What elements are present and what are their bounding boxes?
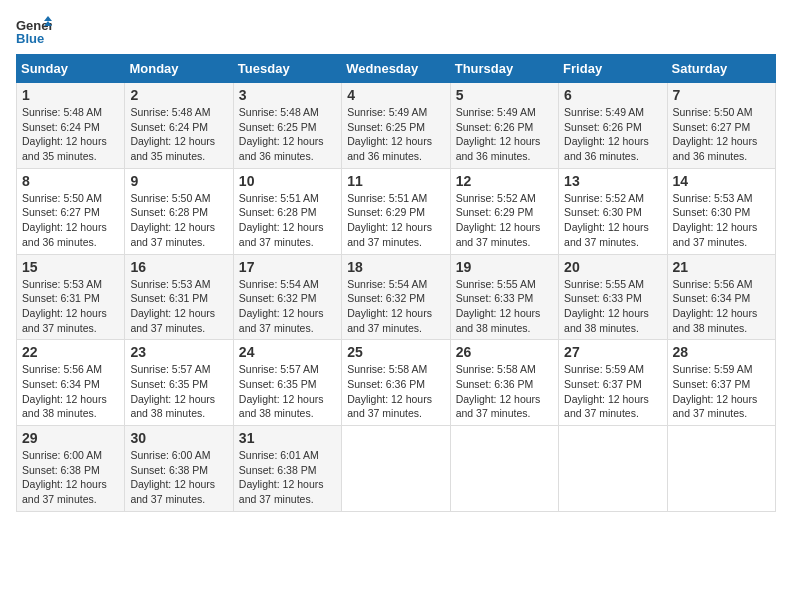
day-number: 6: [564, 87, 661, 103]
day-number: 5: [456, 87, 553, 103]
cell-content: Sunrise: 5:52 AM Sunset: 6:30 PM Dayligh…: [564, 191, 661, 250]
day-cell-12: 12 Sunrise: 5:52 AM Sunset: 6:29 PM Dayl…: [450, 168, 558, 254]
day-number: 15: [22, 259, 119, 275]
day-cell-28: 28 Sunrise: 5:59 AM Sunset: 6:37 PM Dayl…: [667, 340, 775, 426]
day-number: 10: [239, 173, 336, 189]
calendar-table: SundayMondayTuesdayWednesdayThursdayFrid…: [16, 54, 776, 512]
day-number: 31: [239, 430, 336, 446]
day-cell-27: 27 Sunrise: 5:59 AM Sunset: 6:37 PM Dayl…: [559, 340, 667, 426]
header-tuesday: Tuesday: [233, 55, 341, 83]
cell-content: Sunrise: 5:50 AM Sunset: 6:27 PM Dayligh…: [673, 105, 770, 164]
day-number: 24: [239, 344, 336, 360]
cell-content: Sunrise: 5:54 AM Sunset: 6:32 PM Dayligh…: [347, 277, 444, 336]
week-row-2: 8 Sunrise: 5:50 AM Sunset: 6:27 PM Dayli…: [17, 168, 776, 254]
day-number: 3: [239, 87, 336, 103]
day-number: 12: [456, 173, 553, 189]
empty-cell-4-3: [342, 426, 450, 512]
cell-content: Sunrise: 5:56 AM Sunset: 6:34 PM Dayligh…: [673, 277, 770, 336]
calendar-header-row: SundayMondayTuesdayWednesdayThursdayFrid…: [17, 55, 776, 83]
day-cell-14: 14 Sunrise: 5:53 AM Sunset: 6:30 PM Dayl…: [667, 168, 775, 254]
day-cell-4: 4 Sunrise: 5:49 AM Sunset: 6:25 PM Dayli…: [342, 83, 450, 169]
cell-content: Sunrise: 5:49 AM Sunset: 6:26 PM Dayligh…: [564, 105, 661, 164]
day-number: 2: [130, 87, 227, 103]
day-cell-1: 1 Sunrise: 5:48 AM Sunset: 6:24 PM Dayli…: [17, 83, 125, 169]
empty-cell-4-6: [667, 426, 775, 512]
empty-cell-4-5: [559, 426, 667, 512]
week-row-1: 1 Sunrise: 5:48 AM Sunset: 6:24 PM Dayli…: [17, 83, 776, 169]
day-cell-30: 30 Sunrise: 6:00 AM Sunset: 6:38 PM Dayl…: [125, 426, 233, 512]
week-row-3: 15 Sunrise: 5:53 AM Sunset: 6:31 PM Dayl…: [17, 254, 776, 340]
cell-content: Sunrise: 5:54 AM Sunset: 6:32 PM Dayligh…: [239, 277, 336, 336]
day-number: 14: [673, 173, 770, 189]
day-number: 1: [22, 87, 119, 103]
cell-content: Sunrise: 5:53 AM Sunset: 6:31 PM Dayligh…: [22, 277, 119, 336]
header-wednesday: Wednesday: [342, 55, 450, 83]
day-cell-11: 11 Sunrise: 5:51 AM Sunset: 6:29 PM Dayl…: [342, 168, 450, 254]
cell-content: Sunrise: 5:53 AM Sunset: 6:31 PM Dayligh…: [130, 277, 227, 336]
day-number: 19: [456, 259, 553, 275]
day-number: 13: [564, 173, 661, 189]
day-number: 20: [564, 259, 661, 275]
header-monday: Monday: [125, 55, 233, 83]
day-cell-5: 5 Sunrise: 5:49 AM Sunset: 6:26 PM Dayli…: [450, 83, 558, 169]
cell-content: Sunrise: 5:48 AM Sunset: 6:24 PM Dayligh…: [130, 105, 227, 164]
cell-content: Sunrise: 5:49 AM Sunset: 6:26 PM Dayligh…: [456, 105, 553, 164]
day-cell-6: 6 Sunrise: 5:49 AM Sunset: 6:26 PM Dayli…: [559, 83, 667, 169]
cell-content: Sunrise: 5:58 AM Sunset: 6:36 PM Dayligh…: [456, 362, 553, 421]
day-cell-26: 26 Sunrise: 5:58 AM Sunset: 6:36 PM Dayl…: [450, 340, 558, 426]
cell-content: Sunrise: 5:59 AM Sunset: 6:37 PM Dayligh…: [564, 362, 661, 421]
logo: General Blue: [16, 16, 56, 46]
header-friday: Friday: [559, 55, 667, 83]
day-number: 22: [22, 344, 119, 360]
cell-content: Sunrise: 5:55 AM Sunset: 6:33 PM Dayligh…: [564, 277, 661, 336]
day-number: 11: [347, 173, 444, 189]
header-sunday: Sunday: [17, 55, 125, 83]
day-number: 4: [347, 87, 444, 103]
cell-content: Sunrise: 6:00 AM Sunset: 6:38 PM Dayligh…: [22, 448, 119, 507]
day-number: 26: [456, 344, 553, 360]
day-number: 21: [673, 259, 770, 275]
day-cell-25: 25 Sunrise: 5:58 AM Sunset: 6:36 PM Dayl…: [342, 340, 450, 426]
day-number: 17: [239, 259, 336, 275]
day-cell-22: 22 Sunrise: 5:56 AM Sunset: 6:34 PM Dayl…: [17, 340, 125, 426]
cell-content: Sunrise: 5:53 AM Sunset: 6:30 PM Dayligh…: [673, 191, 770, 250]
day-number: 9: [130, 173, 227, 189]
header-saturday: Saturday: [667, 55, 775, 83]
day-cell-10: 10 Sunrise: 5:51 AM Sunset: 6:28 PM Dayl…: [233, 168, 341, 254]
week-row-5: 29 Sunrise: 6:00 AM Sunset: 6:38 PM Dayl…: [17, 426, 776, 512]
day-number: 8: [22, 173, 119, 189]
cell-content: Sunrise: 5:48 AM Sunset: 6:25 PM Dayligh…: [239, 105, 336, 164]
cell-content: Sunrise: 6:01 AM Sunset: 6:38 PM Dayligh…: [239, 448, 336, 507]
day-number: 30: [130, 430, 227, 446]
day-number: 29: [22, 430, 119, 446]
day-cell-9: 9 Sunrise: 5:50 AM Sunset: 6:28 PM Dayli…: [125, 168, 233, 254]
empty-cell-4-4: [450, 426, 558, 512]
svg-text:Blue: Blue: [16, 31, 44, 46]
week-row-4: 22 Sunrise: 5:56 AM Sunset: 6:34 PM Dayl…: [17, 340, 776, 426]
cell-content: Sunrise: 5:48 AM Sunset: 6:24 PM Dayligh…: [22, 105, 119, 164]
day-cell-16: 16 Sunrise: 5:53 AM Sunset: 6:31 PM Dayl…: [125, 254, 233, 340]
day-cell-18: 18 Sunrise: 5:54 AM Sunset: 6:32 PM Dayl…: [342, 254, 450, 340]
cell-content: Sunrise: 5:57 AM Sunset: 6:35 PM Dayligh…: [239, 362, 336, 421]
cell-content: Sunrise: 5:49 AM Sunset: 6:25 PM Dayligh…: [347, 105, 444, 164]
cell-content: Sunrise: 5:52 AM Sunset: 6:29 PM Dayligh…: [456, 191, 553, 250]
cell-content: Sunrise: 5:58 AM Sunset: 6:36 PM Dayligh…: [347, 362, 444, 421]
page-header: General Blue: [16, 16, 776, 46]
day-cell-19: 19 Sunrise: 5:55 AM Sunset: 6:33 PM Dayl…: [450, 254, 558, 340]
cell-content: Sunrise: 5:57 AM Sunset: 6:35 PM Dayligh…: [130, 362, 227, 421]
logo-icon: General Blue: [16, 16, 52, 46]
cell-content: Sunrise: 5:51 AM Sunset: 6:28 PM Dayligh…: [239, 191, 336, 250]
day-cell-8: 8 Sunrise: 5:50 AM Sunset: 6:27 PM Dayli…: [17, 168, 125, 254]
day-number: 16: [130, 259, 227, 275]
day-cell-20: 20 Sunrise: 5:55 AM Sunset: 6:33 PM Dayl…: [559, 254, 667, 340]
day-cell-24: 24 Sunrise: 5:57 AM Sunset: 6:35 PM Dayl…: [233, 340, 341, 426]
day-number: 28: [673, 344, 770, 360]
cell-content: Sunrise: 5:55 AM Sunset: 6:33 PM Dayligh…: [456, 277, 553, 336]
day-number: 23: [130, 344, 227, 360]
day-cell-17: 17 Sunrise: 5:54 AM Sunset: 6:32 PM Dayl…: [233, 254, 341, 340]
day-number: 18: [347, 259, 444, 275]
cell-content: Sunrise: 6:00 AM Sunset: 6:38 PM Dayligh…: [130, 448, 227, 507]
day-number: 25: [347, 344, 444, 360]
day-cell-2: 2 Sunrise: 5:48 AM Sunset: 6:24 PM Dayli…: [125, 83, 233, 169]
cell-content: Sunrise: 5:50 AM Sunset: 6:28 PM Dayligh…: [130, 191, 227, 250]
